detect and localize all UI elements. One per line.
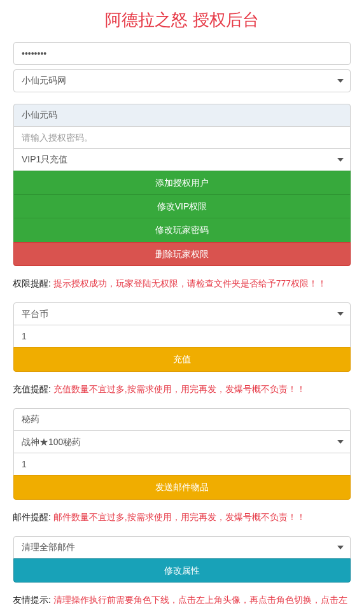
alert-label: 权限提醒: (13, 278, 53, 288)
send-mail-item-button[interactable]: 发送邮件物品 (13, 475, 351, 499)
alert-label: 邮件提醒: (13, 512, 53, 522)
item-select[interactable]: 战神★100秘药 (13, 430, 351, 453)
modify-vip-button[interactable]: 修改VIP权限 (13, 194, 351, 218)
clear-mail-select[interactable]: 清理全部邮件 (13, 536, 351, 559)
alert-message: 清理操作执行前需要角色下线，点击左上角头像，再点击角色切换，点击左上角返回，然后… (13, 595, 347, 608)
alert-message: 提示授权成功，玩家登陆无权限，请检查文件夹是否给予777权限！！ (53, 278, 326, 288)
currency-select[interactable]: 平台币 (13, 302, 351, 325)
login-panel: 小仙元码网 (13, 41, 351, 93)
app-root: 阿德拉之怒 授权后台 小仙元码网 VIP1只充值 添加授权用户 修改VIP权限 … (0, 9, 364, 608)
clear-mail-panel: 清理全部邮件 修改属性 (13, 535, 351, 583)
friendly-tip-alert: 友情提示: 清理操作执行前需要角色下线，点击左上角头像，再点击角色切换，点击左上… (13, 593, 351, 608)
permission-alert: 权限提醒: 提示授权成功，玩家登陆无权限，请检查文件夹是否给予777权限！！ (13, 277, 351, 291)
username-input[interactable] (13, 104, 351, 127)
add-auth-user-button[interactable]: 添加授权用户 (13, 171, 351, 195)
admin-password-input[interactable] (13, 42, 351, 65)
item-amount-input[interactable] (13, 453, 351, 476)
mail-alert: 邮件提醒: 邮件数量不宜过多,按需求使用，用完再发，发爆号概不负责！！ (13, 511, 351, 525)
page-title: 阿德拉之怒 授权后台 (0, 9, 364, 31)
item-category-input[interactable] (13, 408, 351, 431)
recharge-amount-input[interactable] (13, 325, 351, 348)
recharge-button[interactable]: 充值 (13, 347, 351, 371)
modify-attribute-button[interactable]: 修改属性 (13, 558, 351, 583)
alert-label: 友情提示: (13, 595, 53, 605)
auth-password-input[interactable] (13, 126, 351, 149)
alert-message: 邮件数量不宜过多,按需求使用，用完再发，发爆号概不负责！！ (53, 512, 305, 522)
modify-player-password-button[interactable]: 修改玩家密码 (13, 218, 351, 242)
auth-panel: VIP1只充值 添加授权用户 修改VIP权限 修改玩家密码 删除玩家权限 (13, 103, 351, 267)
delete-player-permission-button[interactable]: 删除玩家权限 (13, 242, 351, 266)
mail-item-panel: 战神★100秘药 发送邮件物品 (13, 407, 351, 500)
recharge-panel: 平台币 充值 (13, 302, 351, 372)
recharge-alert: 充值提醒: 充值数量不宜过多,按需求使用，用完再发，发爆号概不负责！！ (13, 383, 351, 397)
alert-label: 充值提醒: (13, 384, 53, 394)
alert-message: 充值数量不宜过多,按需求使用，用完再发，发爆号概不负责！！ (53, 384, 305, 394)
vip-level-select[interactable]: VIP1只充值 (13, 148, 351, 171)
server-select[interactable]: 小仙元码网 (13, 69, 351, 92)
